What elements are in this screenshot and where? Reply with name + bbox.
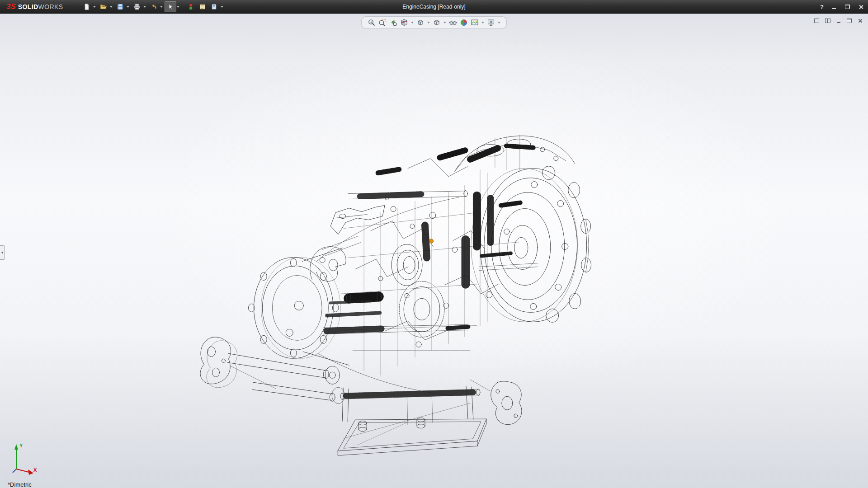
split-panes-button[interactable] [824, 17, 831, 24]
feature-manager-collapsed-tab[interactable] [0, 245, 5, 260]
hide-show-items-button[interactable] [448, 18, 458, 28]
logo-text-works: WORKS [38, 3, 63, 10]
section-view-button[interactable] [399, 18, 410, 28]
save-dropdown-caret-icon[interactable] [127, 6, 129, 8]
z-axis-stub-icon [13, 469, 16, 473]
scene-dropdown-caret-icon[interactable] [481, 22, 484, 23]
engine-casing-wireframe-model[interactable] [0, 14, 868, 488]
undo-dropdown-caret-icon[interactable] [160, 6, 163, 8]
open-dropdown-caret-icon[interactable] [110, 6, 113, 8]
edit-appearance-button[interactable] [458, 18, 469, 28]
document-window-controls [813, 17, 863, 24]
restore-document-button[interactable] [846, 17, 853, 24]
view-settings-dropdown-caret-icon[interactable] [498, 22, 500, 23]
save-button[interactable] [114, 1, 126, 12]
minimize-document-button[interactable] [835, 17, 842, 24]
expand-panel-arrow-icon [1, 251, 3, 254]
print-dropdown-caret-icon[interactable] [143, 6, 146, 8]
zoom-to-area-button[interactable] [377, 18, 388, 28]
undo-button[interactable] [148, 1, 160, 12]
titlebar: 3S SOLIDWORKS [0, 0, 868, 14]
x-axis-arrow-icon [28, 469, 33, 475]
y-axis-arrow-icon [14, 444, 18, 450]
close-icon [859, 5, 863, 9]
minimize-icon [832, 8, 836, 9]
minimize-button[interactable] [830, 3, 837, 10]
orientation-dropdown-caret-icon[interactable] [427, 22, 430, 23]
select-dropdown-caret-icon[interactable] [177, 6, 179, 8]
new-document-icon [83, 3, 90, 10]
view-settings-button[interactable] [486, 18, 496, 28]
solidworks-window: 3S SOLIDWORKS [0, 0, 868, 488]
select-cursor-icon [167, 3, 174, 10]
solidworks-logo: 3S SOLIDWORKS [0, 2, 69, 11]
window-controls: ? [820, 0, 864, 14]
previous-view-button[interactable] [388, 18, 399, 28]
options-button[interactable] [208, 1, 220, 12]
display-style-dropdown-caret-icon[interactable] [443, 22, 446, 23]
save-icon [117, 3, 124, 10]
new-document-button[interactable] [81, 1, 93, 12]
display-style-icon [433, 19, 441, 27]
rebuild-icon [187, 3, 194, 10]
apply-scene-icon [471, 19, 479, 27]
tile-panes-icon [814, 19, 819, 23]
ds-logo-icon: 3S [6, 2, 16, 11]
new-dropdown-caret-icon[interactable] [93, 6, 96, 8]
graphics-viewport[interactable]: Y X *Dimetric [0, 14, 868, 488]
view-settings-icon [487, 19, 495, 27]
heads-up-view-toolbar [361, 16, 507, 29]
logo-text-solid: SOLID [18, 3, 38, 10]
standard-toolbar [81, 1, 225, 12]
file-properties-icon [199, 3, 206, 10]
section-dropdown-caret-icon[interactable] [411, 22, 414, 23]
view-orientation-label: *Dimetric [8, 482, 32, 488]
options-icon [211, 3, 218, 10]
minimize-document-icon [837, 22, 840, 23]
maximize-button[interactable] [844, 3, 851, 10]
view-orientation-icon [416, 19, 425, 27]
close-document-icon [858, 19, 863, 23]
close-button[interactable] [857, 3, 864, 10]
tile-panes-button[interactable] [813, 17, 820, 24]
reference-triad[interactable]: Y X [9, 441, 38, 476]
print-button[interactable] [131, 1, 143, 12]
edit-appearance-icon [460, 19, 468, 27]
triad-x-label: X [33, 467, 37, 473]
section-view-icon [400, 19, 408, 27]
rebuild-button[interactable] [185, 1, 197, 12]
select-button[interactable] [165, 1, 176, 12]
zoom-to-fit-button[interactable] [366, 18, 377, 28]
file-properties-button[interactable] [197, 1, 208, 12]
zoom-to-area-icon [378, 19, 387, 27]
restore-document-icon [847, 19, 852, 23]
previous-view-icon [389, 19, 397, 27]
help-button[interactable]: ? [820, 4, 824, 10]
triad-y-label: Y [19, 443, 23, 448]
split-panes-icon [825, 19, 830, 23]
restore-icon [845, 5, 850, 9]
zoom-to-fit-icon [368, 19, 376, 27]
open-button[interactable] [98, 1, 109, 12]
apply-scene-button[interactable] [469, 18, 480, 28]
print-icon [133, 3, 141, 10]
display-style-button[interactable] [431, 18, 442, 28]
options-dropdown-caret-icon[interactable] [221, 6, 223, 8]
undo-icon [150, 3, 157, 10]
window-title: EngineCasing [Read-only] [402, 4, 465, 10]
view-orientation-button[interactable] [415, 18, 426, 28]
close-document-button[interactable] [857, 17, 863, 24]
open-folder-icon [100, 3, 107, 10]
hide-show-items-icon [449, 19, 457, 27]
